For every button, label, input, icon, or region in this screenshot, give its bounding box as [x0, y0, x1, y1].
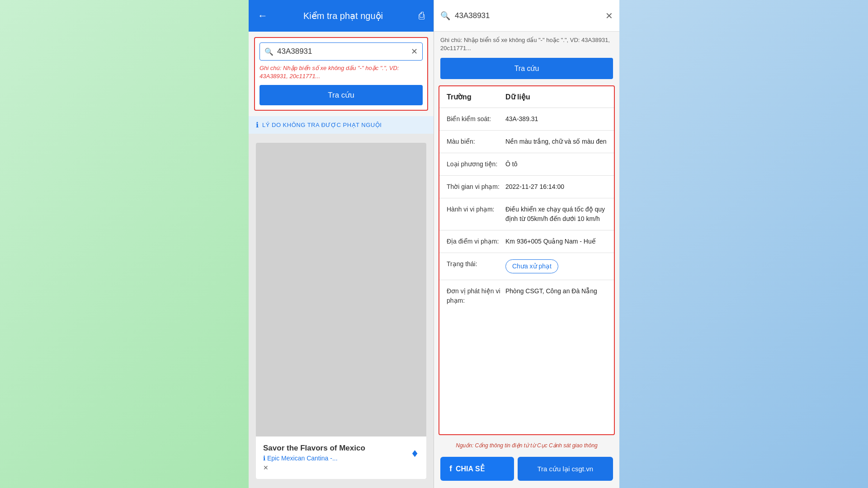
search-input[interactable]	[277, 47, 411, 56]
col-data-header: Dữ liệu	[505, 93, 607, 101]
place-close-x[interactable]: ✕	[263, 464, 269, 471]
table-row: Màu biển: Nền màu trắng, chữ và số màu đ…	[439, 131, 614, 153]
field-value: Nền màu trắng, chữ và số màu đen	[505, 137, 607, 146]
results-container: Trường Dữ liệu Biển kiểm soát: 43A-389.3…	[439, 85, 615, 435]
map-placeholder: Savor the Flavors of Mexico ℹ Epic Mexic…	[256, 143, 426, 479]
search-note: Ghi chú: Nhập biển số xe không dấu "-" h…	[259, 64, 423, 80]
field-value: 43A-389.31	[505, 114, 607, 124]
info-bar[interactable]: ℹ LÝ DO KHÔNG TRA ĐƯỢC PHẠT NGUỘI	[249, 116, 434, 134]
field-value: Ô tô	[505, 160, 607, 169]
col-field-header: Trường	[447, 93, 505, 101]
field-label: Đơn vị phát hiện vi phạm:	[447, 286, 505, 305]
phones-container: ← Kiểm tra phạt nguội ⎙ 🔍 ✕ Ghi chú: Nhậ…	[249, 0, 619, 488]
table-row: Đơn vị phát hiện vi phạm: Phòng CSGT, Cô…	[439, 280, 614, 312]
table-row: Hành vi vi phạm: Điều khiển xe chạy quá …	[439, 198, 614, 230]
place-subtitle[interactable]: ℹ Epic Mexican Cantina -...	[263, 455, 410, 462]
clear-icon[interactable]: ✕	[411, 47, 418, 56]
phone-left: ← Kiểm tra phạt nguội ⎙ 🔍 ✕ Ghi chú: Nhậ…	[249, 0, 434, 488]
right-search-input[interactable]	[455, 11, 601, 20]
field-label: Thời gian vi phạm:	[447, 182, 505, 192]
right-clear-icon[interactable]: ✕	[605, 10, 613, 21]
right-search-button[interactable]: Tra cứu	[440, 58, 613, 79]
search-input-row: 🔍 ✕	[259, 42, 423, 61]
map-area: Savor the Flavors of Mexico ℹ Epic Mexic…	[249, 134, 434, 488]
place-info-icon: ℹ	[263, 455, 265, 462]
table-row: Biển kiểm soát: 43A-389.31	[439, 108, 614, 131]
field-label: Hành vi vi phạm:	[447, 205, 505, 214]
source-line: Nguồn: Cổng thông tin điện tử từ Cục Cản…	[434, 439, 619, 452]
table-header: Trường Dữ liệu	[439, 86, 614, 108]
share-button[interactable]: ⎙	[417, 8, 426, 23]
background-right	[619, 0, 868, 488]
field-label: Màu biển:	[447, 137, 505, 146]
right-search-bar: 🔍 ✕	[434, 0, 619, 32]
place-title: Savor the Flavors of Mexico	[263, 444, 410, 453]
search-icon: 🔍	[264, 47, 274, 56]
bottom-buttons: f CHIA SẺ Tra cứu lại csgt.vn	[434, 452, 619, 488]
place-actions: ⬧	[410, 444, 419, 460]
table-row: Trạng thái: Chưa xử phạt	[439, 253, 614, 280]
navigate-icon[interactable]: ⬧	[410, 444, 419, 460]
table-row: Địa điểm vi phạm: Km 936+005 Quảng Nam -…	[439, 230, 614, 253]
field-label: Loại phương tiện:	[447, 160, 505, 169]
field-value: Km 936+005 Quảng Nam - Huế	[505, 237, 607, 246]
place-subtitle-text: Epic Mexican Cantina -...	[267, 455, 338, 462]
right-search-icon: 🔍	[440, 11, 450, 21]
search-button[interactable]: Tra cứu	[259, 85, 423, 105]
back-button[interactable]: ←	[256, 8, 269, 23]
info-icon: ℹ	[256, 121, 259, 129]
left-header: ← Kiểm tra phạt nguội ⎙	[249, 0, 434, 32]
background-left	[0, 0, 249, 488]
share-button[interactable]: f CHIA SẺ	[440, 457, 514, 481]
field-label: Địa điểm vi phạm:	[447, 237, 505, 246]
field-label: Trạng thái:	[447, 259, 505, 269]
search-panel: 🔍 ✕ Ghi chú: Nhập biển số xe không dấu "…	[254, 37, 428, 111]
table-row: Loại phương tiện: Ô tô	[439, 153, 614, 176]
place-info: Savor the Flavors of Mexico ℹ Epic Mexic…	[263, 444, 410, 472]
share-label: CHIA SẺ	[456, 465, 485, 473]
field-value: 2022-11-27 16:14:00	[505, 182, 607, 192]
table-row: Thời gian vi phạm: 2022-11-27 16:14:00	[439, 176, 614, 198]
phone-right: 🔍 ✕ Ghi chú: Nhập biển số xe không dấu "…	[434, 0, 619, 488]
header-title: Kiểm tra phạt nguội	[269, 10, 417, 21]
facebook-icon: f	[449, 464, 452, 474]
field-value: Điều khiển xe chạy quá tốc độ quy định t…	[505, 205, 607, 224]
field-value: Phòng CSGT, Công an Đà Nẵng	[505, 286, 607, 296]
status-badge: Chưa xử phạt	[505, 259, 558, 273]
field-label: Biển kiểm soát:	[447, 114, 505, 124]
place-card: Savor the Flavors of Mexico ℹ Epic Mexic…	[256, 436, 426, 479]
retry-button[interactable]: Tra cứu lại csgt.vn	[518, 457, 613, 481]
field-value: Chưa xử phạt	[505, 259, 607, 273]
right-note: Ghi chú: Nhập biển số xe không dấu "-" h…	[434, 32, 619, 55]
info-text: LÝ DO KHÔNG TRA ĐƯỢC PHẠT NGUỘI	[262, 122, 382, 128]
